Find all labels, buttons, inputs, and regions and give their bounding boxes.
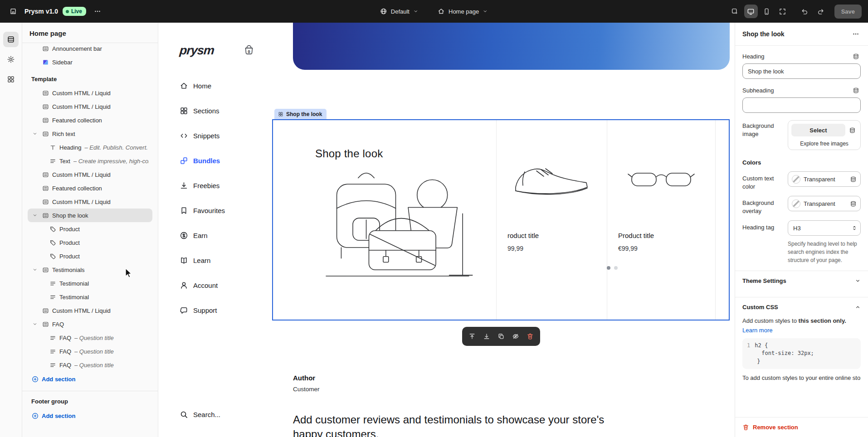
chevron-down-icon[interactable]	[31, 320, 39, 328]
layer-row[interactable]: Custom HTML / Liquid	[28, 86, 152, 100]
carousel-dot[interactable]	[614, 266, 618, 270]
chevron-up-icon	[855, 304, 861, 310]
site-logo[interactable]: prysm	[179, 44, 215, 58]
redo-icon[interactable]	[814, 5, 828, 18]
delete-icon[interactable]	[524, 330, 536, 343]
site-nav-item-snippets[interactable]: Snippets	[180, 130, 255, 141]
remove-section-button[interactable]: Remove section	[742, 424, 861, 431]
hide-icon[interactable]	[509, 330, 522, 343]
layer-row[interactable]: Featured collection	[28, 113, 152, 127]
product-card[interactable]: Product title €99,99	[607, 120, 716, 320]
layer-row[interactable]: Custom HTML / Liquid	[28, 195, 152, 209]
theme-settings-accordion[interactable]: Theme Settings	[742, 271, 861, 291]
shop-the-look-section-preview[interactable]: Shop the look	[272, 119, 730, 320]
layer-row-testimonial[interactable]: Testimonial	[28, 277, 152, 290]
dynamic-source-icon[interactable]	[848, 174, 858, 184]
layer-row-faq[interactable]: FAQ	[28, 317, 152, 331]
section-label-chip[interactable]: Shop the look	[274, 109, 327, 119]
heading-field-label: Heading	[742, 53, 764, 60]
apps-icon[interactable]	[3, 72, 19, 87]
site-nav-item-home[interactable]: Home	[180, 80, 255, 91]
save-button[interactable]: Save	[834, 5, 862, 19]
layer-row-testimonials[interactable]: Testimonials	[28, 263, 152, 277]
layer-row-testimonial[interactable]: Testimonial	[28, 290, 152, 304]
layer-row[interactable]: Custom HTML / Liquid	[28, 168, 152, 181]
site-nav-item-favourites[interactable]: Favourites	[180, 205, 255, 216]
section-icon	[42, 45, 49, 52]
layer-row-rich-text[interactable]: Rich text	[28, 127, 152, 141]
preview-canvas: prysm 0 Home Sections Snippets Bundles F…	[158, 23, 735, 437]
more-options-icon[interactable]	[91, 5, 104, 18]
chevron-down-icon[interactable]	[31, 130, 39, 137]
site-search[interactable]: Search...	[180, 410, 255, 419]
layer-row-sidebar[interactable]: Sidebar	[28, 55, 152, 69]
chevron-down-icon[interactable]	[31, 266, 39, 273]
layer-row-product[interactable]: Product	[28, 222, 152, 236]
page-selector[interactable]: Home page	[433, 5, 493, 18]
undo-icon[interactable]	[798, 5, 812, 18]
carousel-dot-active[interactable]	[607, 266, 610, 270]
sections-tree[interactable]: Announcement bar Sidebar Template Custom…	[22, 43, 158, 437]
background-overlay-picker[interactable]: Transparent	[788, 196, 861, 211]
glasses-sketch	[627, 167, 695, 191]
product-card[interactable]: roduct title 99,99	[496, 120, 607, 320]
add-section-button[interactable]: Add section	[28, 372, 152, 386]
layer-row[interactable]: Custom HTML / Liquid	[28, 304, 152, 317]
site-nav-item-bundles[interactable]: Bundles	[180, 155, 255, 166]
layer-row-faq-item[interactable]: FAQ– Question title	[28, 345, 152, 358]
custom-css-accordion[interactable]: Custom CSS	[742, 297, 861, 317]
learn-more-link[interactable]: Learn more	[742, 327, 861, 334]
testimonials-section-preview[interactable]: Author Customer Add customer reviews and…	[293, 374, 730, 437]
cart-icon[interactable]: 0	[244, 44, 255, 56]
chevron-down-icon[interactable]	[31, 212, 39, 219]
layer-row-product[interactable]: Product	[28, 236, 152, 249]
live-dot-icon	[66, 10, 69, 13]
layer-row-faq-item[interactable]: FAQ– Question title	[28, 331, 152, 345]
layer-row-announcement-bar[interactable]: Announcement bar	[28, 43, 152, 55]
layer-row-faq-item[interactable]: FAQ– Question title	[28, 358, 152, 372]
settings-gear-icon[interactable]	[3, 52, 19, 67]
desktop-view-icon[interactable]	[744, 5, 758, 18]
explore-free-images-link[interactable]: Explore free images	[791, 141, 857, 147]
site-nav-item-earn[interactable]: Earn	[180, 230, 255, 241]
site-nav: Home Sections Snippets Bundles Freebies …	[180, 80, 255, 330]
heading-input[interactable]	[742, 63, 861, 79]
layer-row-shop-the-look[interactable]: Shop the look	[28, 209, 152, 222]
product-tag-icon	[49, 239, 56, 246]
section-icon	[42, 307, 49, 314]
layer-row[interactable]: Featured collection	[28, 181, 152, 195]
dynamic-source-icon[interactable]	[847, 125, 857, 135]
heading-tag-select[interactable]: H3	[788, 220, 861, 236]
dynamic-source-icon[interactable]	[851, 85, 861, 95]
layer-row-product[interactable]: Product	[28, 249, 152, 263]
select-image-button[interactable]: Select	[791, 124, 845, 136]
site-nav-item-account[interactable]: Account	[180, 280, 255, 291]
site-nav-item-sections[interactable]: Sections	[180, 105, 255, 116]
site-nav-item-freebies[interactable]: Freebies	[180, 180, 255, 191]
sections-panel-icon[interactable]	[3, 32, 19, 47]
site-nav-item-support[interactable]: Support	[180, 305, 255, 316]
hero-section-preview[interactable]	[293, 23, 730, 70]
locale-selector[interactable]: Default	[375, 5, 423, 18]
shoe-sketch	[511, 158, 593, 200]
custom-css-editor[interactable]: 1 h2 { font-size: 32px; }	[742, 338, 861, 369]
layer-row-heading-block[interactable]: Heading – Edit. Publish. Convert.	[28, 141, 152, 154]
move-up-icon[interactable]	[466, 330, 478, 343]
fullscreen-icon[interactable]	[776, 5, 790, 18]
layer-row[interactable]: Custom HTML / Liquid	[28, 100, 152, 113]
move-down-icon[interactable]	[480, 330, 493, 343]
dynamic-source-icon[interactable]	[851, 51, 861, 61]
dynamic-source-icon[interactable]	[848, 199, 858, 209]
layer-row-text-block[interactable]: Text – Create impressive, high-con...	[28, 154, 152, 168]
custom-text-color-picker[interactable]: Transparent	[788, 171, 861, 187]
more-options-icon[interactable]	[851, 29, 861, 39]
footer-add-section-button[interactable]: Add section	[28, 408, 152, 423]
site-nav-item-learn[interactable]: Learn	[180, 255, 255, 266]
store-icon[interactable]	[6, 5, 20, 18]
subheading-input[interactable]	[742, 97, 861, 113]
section-icon	[42, 198, 49, 205]
home-icon	[180, 82, 188, 90]
duplicate-icon[interactable]	[495, 330, 507, 343]
preview-inspector-icon[interactable]	[728, 5, 742, 18]
mobile-view-icon[interactable]	[760, 5, 774, 18]
